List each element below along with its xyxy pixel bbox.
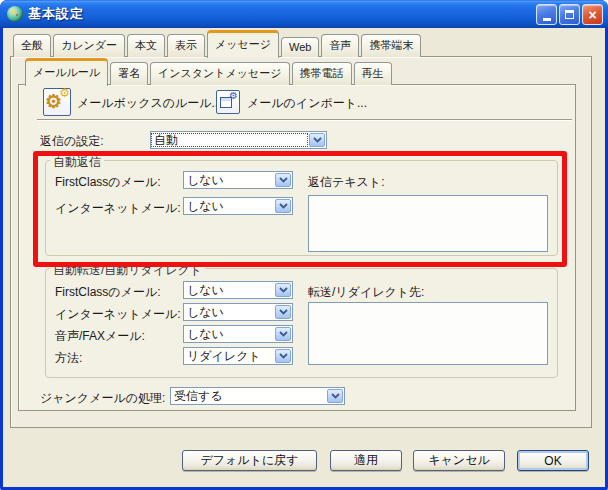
forward-voicefax-value: しない [184,327,274,341]
tab-message[interactable]: メッセージ [207,30,279,58]
forward-internet-label: インターネットメール: [55,306,181,323]
autoreply-firstclass-select[interactable]: しない [183,171,293,189]
mailbox-rules-label[interactable]: メールボックスのルール... [77,95,222,112]
junk-mail-value: 受信する [171,389,326,403]
maximize-button[interactable] [559,4,580,25]
tab-mobile-phone[interactable]: 携帯電話 [292,62,352,85]
tab-calendar[interactable]: カレンダー [53,34,125,57]
tab-playback[interactable]: 再生 [354,62,392,85]
tab-instant-message[interactable]: インスタントメッセージ [150,62,290,85]
maximize-icon [565,10,574,19]
title-bar[interactable]: 基本設定 × [0,0,608,28]
forward-method-select[interactable]: リダイレクト [183,347,293,365]
chevron-down-icon[interactable] [275,283,291,297]
junk-mail-select[interactable]: 受信する [170,387,345,405]
minimize-icon [543,18,551,21]
auto-forward-group-title: 自動転送/自動リダイレクト [50,262,205,279]
chevron-down-icon[interactable] [275,349,291,363]
apply-button[interactable]: 適用 [330,450,402,471]
forward-voicefax-label: 音声/FAXメール: [55,328,145,345]
forward-method-value: リダイレクト [184,349,274,363]
reply-text-area[interactable] [308,195,548,252]
forward-to-label: 転送/リダイレクト先: [308,284,424,301]
settings-dialog: 基本設定 × 全般 カレンダー 本文 表示 メッセージ Web 音声 携帯端末 … [0,0,608,490]
reply-setting-label: 返信の設定: [40,133,104,150]
forward-firstclass-label: FirstClassのメール: [55,284,161,301]
tab-signature[interactable]: 署名 [110,62,148,85]
mail-import-icon: ⚙ [220,95,236,109]
autoreply-internet-select[interactable]: しない [183,197,293,215]
tab-mail-rules[interactable]: メールルール [25,58,108,86]
reply-setting-value: 自動 [151,133,308,147]
window-title: 基本設定 [28,5,84,23]
tab-display[interactable]: 表示 [167,34,205,57]
tab-mobile-device[interactable]: 携帯端末 [361,34,421,57]
tab-voice[interactable]: 音声 [321,34,359,57]
reply-setting-select[interactable]: 自動 [150,131,327,149]
auto-reply-group-title: 自動返信 [50,154,104,171]
mail-import-button[interactable]: ⚙ [216,90,240,114]
chevron-down-icon[interactable] [309,133,325,147]
close-button[interactable]: × [582,4,603,25]
autoreply-firstclass-label: FirstClassのメール: [55,174,161,191]
autoreply-firstclass-value: しない [184,173,274,187]
chevron-down-icon[interactable] [275,327,291,341]
primary-tab-strip: 全般 カレンダー 本文 表示 メッセージ Web 音声 携帯端末 [13,32,421,57]
forward-internet-value: しない [184,305,274,319]
app-icon [7,6,23,22]
tab-body[interactable]: 本文 [127,34,165,57]
secondary-tab-strip: メールルール 署名 インスタントメッセージ 携帯電話 再生 [25,61,392,85]
chevron-down-icon[interactable] [327,389,343,403]
tab-general[interactable]: 全般 [13,34,51,57]
forward-internet-select[interactable]: しない [183,303,293,321]
forward-voicefax-select[interactable]: しない [183,325,293,343]
chevron-down-icon[interactable] [275,199,291,213]
gears-icon: ⚙⚙ [45,90,69,114]
restore-defaults-button[interactable]: デフォルトに戻す [182,450,317,471]
chevron-down-icon[interactable] [275,305,291,319]
forward-method-label: 方法: [55,350,82,367]
minimize-button[interactable] [536,4,557,25]
forward-firstclass-value: しない [184,283,274,297]
junk-mail-label: ジャンクメールの処理: [40,390,165,407]
mailbox-rules-button[interactable]: ⚙⚙ [43,88,71,116]
forward-to-area[interactable] [308,302,548,365]
toolbar-separator [37,119,572,121]
forward-firstclass-select[interactable]: しない [183,281,293,299]
chevron-down-icon[interactable] [275,173,291,187]
tab-web[interactable]: Web [281,37,319,57]
reply-text-label: 返信テキスト: [308,174,384,191]
close-icon: × [588,8,596,22]
autoreply-internet-value: しない [184,199,274,213]
mail-import-label[interactable]: メールのインポート... [247,95,367,112]
autoreply-internet-label: インターネットメール: [55,200,181,217]
ok-button[interactable]: OK [517,450,589,471]
cancel-button[interactable]: キャンセル [413,450,505,471]
